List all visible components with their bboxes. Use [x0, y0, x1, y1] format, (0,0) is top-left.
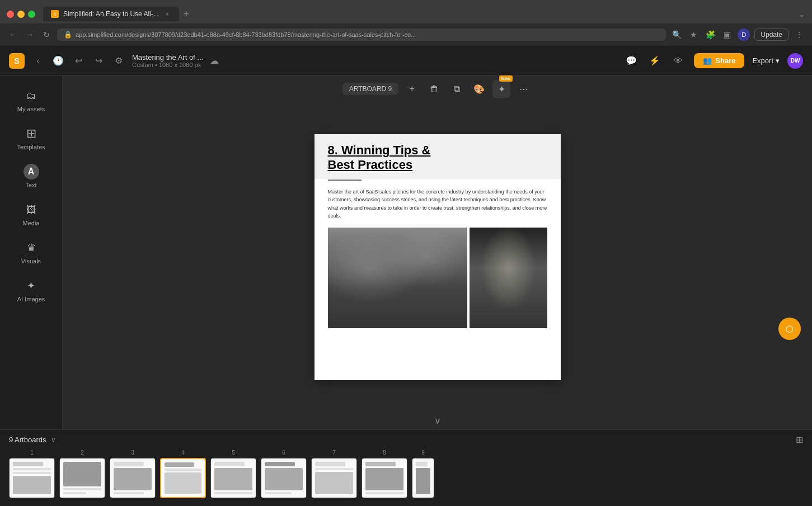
- thumb-img-4: [160, 458, 206, 498]
- artboard-thumb-6[interactable]: 6: [261, 450, 307, 498]
- active-tab[interactable]: S Simplified: An Easy to Use All-... ×: [43, 7, 179, 21]
- thumb-img-6: [261, 458, 307, 498]
- ai-button[interactable]: ⚡: [647, 53, 663, 69]
- thumb-num-2: 2: [81, 450, 84, 456]
- magic-button[interactable]: ✦: [492, 80, 510, 98]
- sidebar-label-text: Text: [25, 182, 36, 188]
- document-title: Mastering the Art of ...: [132, 53, 203, 62]
- forward-button[interactable]: →: [24, 29, 36, 41]
- traffic-light-red[interactable]: [7, 11, 14, 18]
- sidebar-item-media[interactable]: 🖼 Media: [7, 196, 56, 232]
- artboards-header: 9 Artboards ∨ ⊞: [0, 430, 812, 450]
- toolbar-right-actions: 💬 ⚡ 👁 👥 Share Export ▾ DW: [623, 53, 803, 69]
- comments-button[interactable]: 💬: [623, 53, 639, 69]
- canvas-divider: [328, 179, 362, 181]
- share-label: Share: [715, 56, 735, 65]
- sidebar-label-ai-images: AI Images: [17, 296, 45, 302]
- history-button[interactable]: 🕐: [51, 54, 65, 68]
- canvas-body-text: Master the art of SaaS sales pitches for…: [328, 188, 547, 220]
- thumb-num-8: 8: [383, 450, 386, 456]
- artboard-thumb-8[interactable]: 8: [362, 450, 407, 498]
- app-logo[interactable]: S: [9, 53, 25, 69]
- undo-button[interactable]: ↩: [72, 54, 85, 68]
- traffic-light-green[interactable]: [28, 11, 35, 18]
- artboard-label: ARTBOARD 9: [342, 83, 398, 95]
- update-button[interactable]: Update: [754, 29, 788, 41]
- delete-artboard-button[interactable]: 🗑: [425, 80, 443, 98]
- share-button[interactable]: 👥 Share: [694, 53, 744, 68]
- cloud-save-icon: ☁: [210, 55, 219, 66]
- collapse-panel-button[interactable]: ∨: [63, 412, 812, 429]
- text-icon: A: [24, 164, 39, 179]
- artboard-thumb-3[interactable]: 3: [110, 450, 156, 498]
- artboard-toolbar: ARTBOARD 9 + 🗑 ⧉ 🎨 ✦ New ···: [63, 75, 812, 102]
- thumb-img-5: [210, 458, 256, 498]
- redo-button[interactable]: ↪: [92, 54, 105, 68]
- sidebar-item-text[interactable]: A Text: [7, 158, 56, 194]
- sidebar-item-ai-images[interactable]: ✦ AI Images: [7, 272, 56, 308]
- thumb-num-5: 5: [232, 450, 235, 456]
- bookmark-icon[interactable]: ★: [687, 29, 700, 41]
- artboard-thumb-7[interactable]: 7: [311, 450, 357, 498]
- sidebar-label-my-assets: My assets: [17, 106, 45, 112]
- sidebar-label-visuals: Visuals: [21, 258, 41, 264]
- preview-button[interactable]: 👁: [670, 53, 686, 69]
- sidebar-item-my-assets[interactable]: 🗂 My assets: [7, 82, 56, 118]
- add-artboard-button[interactable]: +: [403, 80, 421, 98]
- help-button[interactable]: ⬡: [778, 318, 801, 340]
- refresh-button[interactable]: ↻: [40, 29, 53, 41]
- tab-close-button[interactable]: ×: [163, 10, 171, 18]
- meeting-img-bg: [328, 228, 467, 328]
- bottom-panel: 9 Artboards ∨ ⊞ 1 2: [0, 429, 812, 506]
- profile-icon[interactable]: D: [738, 29, 750, 41]
- my-assets-icon: 🗂: [24, 88, 39, 103]
- browser-actions: 🔍 ★ 🧩 ▣ D Update ⋮: [670, 29, 805, 41]
- canvas-wrapper: 8. Winning Tips &Best Practices Master t…: [63, 102, 812, 412]
- app-container: S ‹ 🕐 ↩ ↪ ⚙ Mastering the Art of ... Cus…: [0, 46, 812, 506]
- sidebar-toggle-icon[interactable]: ▣: [721, 29, 733, 41]
- thumb-img-2: [59, 458, 105, 498]
- sidebar-item-templates[interactable]: ⊞ Templates: [7, 120, 56, 156]
- artboard-thumb-4[interactable]: 4: [160, 450, 206, 498]
- tab-bar: S Simplified: An Easy to Use All-... × +…: [0, 0, 812, 23]
- canvas-title: 8. Winning Tips &Best Practices: [328, 143, 547, 173]
- search-icon[interactable]: 🔍: [670, 29, 683, 41]
- artboard-more-menu[interactable]: ···: [515, 81, 532, 97]
- url-bar[interactable]: 🔒 app.simplified.com/designs/3077809/d23…: [57, 29, 666, 41]
- sidebar-label-templates: Templates: [17, 144, 45, 150]
- back-button[interactable]: ←: [7, 29, 19, 41]
- artboards-strip: 1 2: [0, 450, 812, 498]
- duplicate-artboard-button[interactable]: ⧉: [448, 80, 466, 98]
- artboards-grid-view-icon[interactable]: ⊞: [796, 434, 803, 445]
- thumb-num-3: 3: [131, 450, 134, 456]
- artboards-chevron-icon[interactable]: ∨: [51, 436, 56, 444]
- visuals-icon: ♛: [24, 240, 39, 256]
- browser-menu-icon[interactable]: ⋮: [793, 29, 805, 41]
- settings-button[interactable]: ⚙: [112, 54, 125, 68]
- left-sidebar: 🗂 My assets ⊞ Templates A Text 🖼 Media ♛…: [0, 75, 63, 429]
- thumb-img-9: [412, 458, 434, 498]
- app-toolbar: S ‹ 🕐 ↩ ↪ ⚙ Mastering the Art of ... Cus…: [0, 46, 812, 75]
- thumb-num-1: 1: [30, 450, 34, 456]
- tab-controls[interactable]: ⌄: [799, 10, 805, 18]
- sidebar-item-visuals[interactable]: ♛ Visuals: [7, 234, 56, 270]
- traffic-lights: [7, 11, 35, 18]
- extension-icon[interactable]: 🧩: [704, 29, 716, 41]
- artboard-thumb-1[interactable]: 1: [9, 450, 55, 498]
- media-icon: 🖼: [24, 202, 39, 217]
- tab-favicon: S: [51, 10, 59, 18]
- document-title-group: Mastering the Art of ... Custom • 1080 x…: [132, 53, 203, 68]
- paint-bucket-button[interactable]: 🎨: [470, 80, 488, 98]
- artboard-thumb-2[interactable]: 2: [59, 450, 105, 498]
- thumb-num-9: 9: [421, 450, 425, 456]
- export-button[interactable]: Export ▾: [752, 56, 780, 65]
- artboard-thumb-5[interactable]: 5: [210, 450, 256, 498]
- artboard-thumb-9[interactable]: 9: [412, 450, 434, 498]
- back-to-home-button[interactable]: ‹: [31, 54, 45, 68]
- user-avatar[interactable]: DW: [787, 53, 803, 69]
- new-tab-button[interactable]: +: [184, 8, 190, 20]
- ai-images-icon: ✦: [24, 278, 39, 294]
- canvas-content: 8. Winning Tips &Best Practices Master t…: [328, 143, 547, 371]
- traffic-light-yellow[interactable]: [17, 11, 25, 18]
- design-canvas[interactable]: 8. Winning Tips &Best Practices Master t…: [315, 134, 561, 380]
